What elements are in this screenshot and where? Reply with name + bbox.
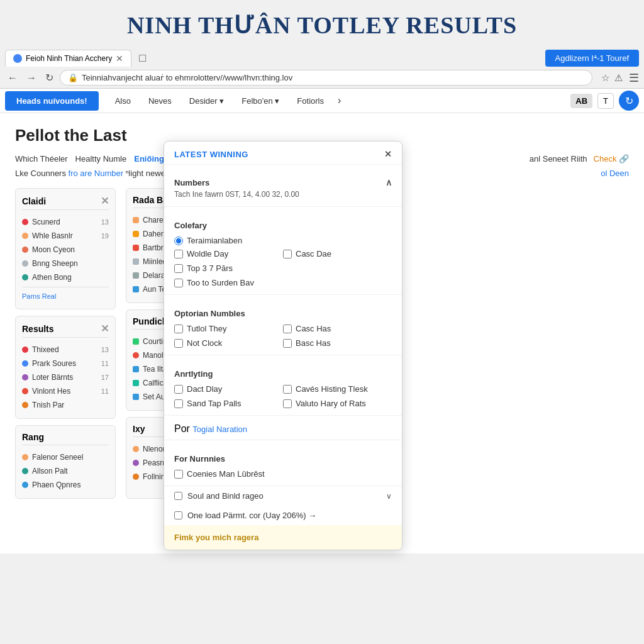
item-num: 13 bbox=[101, 218, 109, 226]
dropdown-colefary-section: Colefary Teraimianlaben Woldle Day Casc … bbox=[164, 207, 402, 295]
checkbox-row: Tutlol They bbox=[174, 322, 283, 335]
dropdown-footer-text: Fimk you mich ragera bbox=[174, 533, 258, 542]
dropdown-numbers-chevron[interactable]: ∧ bbox=[386, 177, 392, 187]
dropdown-optional-label: Optorian Numbles bbox=[174, 309, 392, 318]
coenies-checkbox[interactable] bbox=[174, 470, 183, 479]
item-label: Allson Palt bbox=[32, 467, 68, 475]
nav-felboen[interactable]: Felbo'en ▾ bbox=[233, 90, 288, 112]
avatar-ab[interactable]: AB bbox=[570, 94, 592, 108]
reload-button[interactable]: ↻ bbox=[43, 70, 56, 85]
item-dot bbox=[22, 360, 28, 367]
dropdown-latest-header: LATEST WINNING ✕ bbox=[174, 149, 392, 159]
item-dot bbox=[22, 274, 28, 280]
basc-has-label: Basc Has bbox=[296, 338, 331, 348]
item-dot bbox=[133, 272, 139, 279]
por-link[interactable]: Togial Naration bbox=[192, 425, 247, 434]
bookmark-icon[interactable]: ☆ bbox=[601, 72, 609, 84]
lock-icon: 🔒 bbox=[68, 73, 78, 82]
caves-checkbox[interactable] bbox=[283, 385, 292, 394]
soul-checkbox[interactable] bbox=[174, 492, 182, 500]
forward-button[interactable]: → bbox=[24, 71, 39, 85]
item-num: 13 bbox=[101, 346, 109, 353]
basc-has-checkbox[interactable] bbox=[283, 339, 292, 348]
panel-header-rang: Rang bbox=[22, 432, 109, 445]
top3-checkbox[interactable] bbox=[174, 264, 183, 273]
tab-close-icon[interactable]: ✕ bbox=[116, 53, 123, 64]
nav-desider[interactable]: Desider ▾ bbox=[180, 90, 233, 112]
checkbox-row: Sand Tap Palls bbox=[174, 397, 283, 410]
dropdown-colefary-label: Colefary bbox=[174, 221, 392, 230]
not-clock-checkbox[interactable] bbox=[174, 339, 183, 348]
item-dot bbox=[133, 446, 139, 452]
dropdown-latest-section: LATEST WINNING ✕ bbox=[164, 142, 402, 165]
tutlol-checkbox[interactable] bbox=[174, 325, 183, 333]
casc-dae-checkbox[interactable] bbox=[283, 250, 292, 258]
home-button[interactable]: Heads nuívounds! bbox=[5, 91, 99, 111]
browser-tab[interactable]: Feioh Ninh Thian Acchery ✕ bbox=[5, 50, 131, 67]
nav-neves[interactable]: Neves bbox=[140, 90, 180, 112]
dropdown-footer: Fimk you mich ragera bbox=[164, 525, 402, 550]
colefary-checkboxes: Woldle Day Casc Dae Top 3 7 Pārs Too to … bbox=[174, 247, 392, 289]
item-label: Loter Bärnts bbox=[32, 373, 73, 382]
casc-has-checkbox[interactable] bbox=[283, 325, 292, 333]
panel-close-claidi[interactable]: ✕ bbox=[101, 195, 109, 207]
item-dot bbox=[22, 219, 28, 225]
coenies-label: Coenies Man Lûbrêst bbox=[187, 469, 265, 479]
valuto-label: Valuto Hary of Rats bbox=[296, 399, 366, 408]
item-num: 11 bbox=[101, 387, 109, 395]
list-item: Tnish Par bbox=[22, 398, 109, 412]
item-dot bbox=[133, 352, 139, 358]
item-dot bbox=[22, 388, 28, 394]
nav-also[interactable]: Also bbox=[106, 90, 140, 112]
checkbox-row: Woldle Day bbox=[174, 247, 283, 260]
checkbox-row: Dact Dlay bbox=[174, 382, 283, 396]
address-bar[interactable]: 🔒 Teinniahvanjecht aluaṙ to ehmrolotterv… bbox=[60, 70, 592, 86]
filter-highlight[interactable]: Eniőing bbox=[134, 154, 164, 164]
woldle-day-checkbox[interactable] bbox=[174, 250, 183, 258]
info-link[interactable]: fro are Number bbox=[69, 169, 123, 178]
dropdown-soul-row: Soul and Binld rageo ∨ bbox=[164, 486, 402, 506]
dact-dlay-checkbox[interactable] bbox=[174, 385, 183, 394]
panel-close-results[interactable]: ✕ bbox=[101, 323, 109, 335]
item-dot bbox=[133, 231, 139, 237]
warning-icon[interactable]: ⚠ bbox=[614, 72, 623, 84]
too-surden-checkbox[interactable] bbox=[174, 279, 183, 287]
item-dot bbox=[22, 454, 28, 460]
list-item: Vinlont Hes11 bbox=[22, 384, 109, 398]
check-button[interactable]: Check 🔗 bbox=[594, 154, 629, 164]
soul-label: Soul and Binld rageo bbox=[187, 491, 264, 501]
info-right-link[interactable]: ol Deen bbox=[601, 169, 629, 178]
filter-right-label: anl Seneet Riith bbox=[530, 154, 587, 164]
colefary-radio[interactable] bbox=[174, 236, 183, 245]
browser-action-icons: ☆ ⚠ bbox=[601, 72, 623, 84]
sand-tap-checkbox[interactable] bbox=[174, 399, 183, 408]
signin-button[interactable]: Agdlizern I⁴-1 Touref bbox=[545, 50, 640, 67]
colefary-radio-row: Teraimianlaben bbox=[174, 234, 392, 247]
item-dot bbox=[22, 233, 28, 239]
info-text2: ⁿlight newes bbox=[126, 169, 170, 178]
nav-fotiorls[interactable]: Fotiorls bbox=[288, 90, 333, 112]
nav-refresh-icon[interactable]: ↻ bbox=[619, 91, 639, 111]
casc-dae-label: Casc Dae bbox=[296, 249, 331, 258]
item-num: 17 bbox=[101, 374, 109, 381]
soul-chevron[interactable]: ∨ bbox=[386, 492, 392, 501]
item-num: 11 bbox=[101, 360, 109, 367]
dropdown-numbers-header: Numbers ∧ bbox=[174, 177, 392, 187]
oneload-checkbox[interactable] bbox=[174, 511, 182, 519]
nav-more-button[interactable]: › bbox=[333, 89, 346, 113]
avatar-t[interactable]: T bbox=[597, 93, 614, 109]
dropdown-latest-close[interactable]: ✕ bbox=[384, 149, 392, 159]
anrtlyting-checkboxes: Dact Dlay Cavés Histing Tlesk Sand Tap P… bbox=[174, 382, 392, 410]
new-tab-button[interactable]: □ bbox=[134, 49, 151, 67]
item-label: Falenor Seneel bbox=[32, 453, 83, 462]
browser-menu-icon[interactable]: ☰ bbox=[629, 71, 639, 85]
item-dot bbox=[133, 366, 139, 372]
item-dot bbox=[22, 247, 28, 253]
item-label: Bnng Sheepn bbox=[32, 259, 78, 268]
valuto-checkbox[interactable] bbox=[283, 399, 292, 408]
back-button[interactable]: ← bbox=[5, 71, 20, 85]
browser-chrome: Feioh Ninh Thian Acchery ✕ □ Agdlizern I… bbox=[0, 45, 644, 89]
left-panel-claidi: Claidi ✕ Scunerd13 Whle Basnlr19 Moon Cy… bbox=[15, 188, 116, 309]
woldle-day-label: Woldle Day bbox=[187, 249, 228, 258]
item-dot bbox=[22, 347, 28, 353]
